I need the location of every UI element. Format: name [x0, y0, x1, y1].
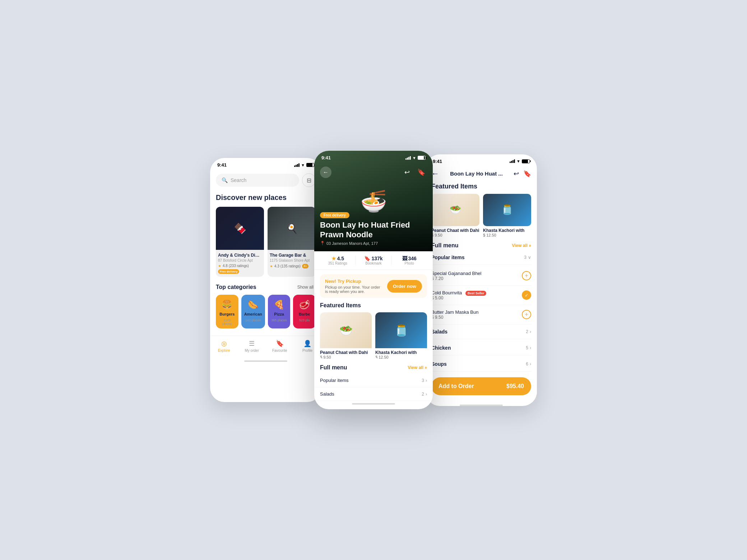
p3-soups-row[interactable]: Soups 6 ›: [431, 357, 531, 372]
p3-salads-name: Salads: [431, 329, 447, 335]
p3-item-name-1: Special Gajananad Bhel: [431, 271, 522, 276]
search-bar: 🔍 Search ⊟: [216, 173, 316, 187]
american-icon: 🌭: [248, 300, 259, 310]
p3-add-btn-3[interactable]: +: [522, 310, 531, 319]
nav-explore[interactable]: ◎ Explore: [210, 340, 238, 353]
bar-1: [294, 165, 295, 167]
p3-chicken-row[interactable]: Chicken 5 ›: [431, 341, 531, 355]
add-to-order-button[interactable]: Add to Order $95.40: [431, 377, 531, 395]
p3-share-button[interactable]: ↩: [514, 170, 519, 178]
p2-salads-count: 2 ›: [422, 392, 427, 397]
status-bar-2: 9:41 ▼: [314, 151, 433, 163]
barbe-icon: 🥩: [299, 300, 310, 310]
p2-featured-price-2: $ 12.50: [375, 355, 427, 359]
p2-photos-val: 🖼 346: [391, 256, 427, 261]
home-bar-2: [352, 403, 395, 405]
p3-view-all[interactable]: View all »: [512, 243, 531, 248]
battery-fill-2: [418, 156, 424, 159]
p2-bookmarks-val: 🔖 137k: [356, 256, 391, 261]
restaurant-address-2: 1175 Glalason Shore Apt: [270, 258, 314, 262]
restaurant-card-1[interactable]: 🍫 Andy & Cindy's Diner 87 Botsford Circl…: [216, 207, 264, 277]
bookmarks-number: 137k: [371, 256, 382, 261]
top-categories-title: Top categories: [216, 284, 256, 290]
p2-pickup-title: New! Try Pickup: [325, 279, 384, 284]
soups-chevron: ›: [530, 361, 531, 367]
p2-fullmenu-title: Full menu: [320, 364, 347, 371]
signal-bars-2: [405, 156, 411, 160]
phone-1: 9:41 ▼ 🔍 Search ⊟: [210, 158, 321, 402]
screens-container: 9:41 ▼ 🔍 Search ⊟: [187, 151, 560, 409]
location-icon: 📍: [320, 241, 325, 246]
barbe-places: 523 pla: [299, 318, 310, 322]
p3-item-price-1: $ 7.20: [431, 276, 522, 281]
phone-3: 9:41 ▼ ← Boon Lay Ho Huat ... ↩ 🔖: [426, 154, 537, 406]
p2-menu-popular[interactable]: Popular items 3 ›: [314, 374, 433, 387]
add-to-order-price: $95.40: [506, 383, 524, 389]
time-2: 9:41: [321, 155, 331, 160]
p3-item-info-1: Special Gajananad Bhel $ 7.20: [431, 271, 522, 281]
pizza-name: Pizza: [274, 312, 284, 316]
bar-w2: [407, 158, 408, 160]
bar-32: [511, 161, 512, 163]
p3-salads-row[interactable]: Salads 2 ›: [431, 325, 531, 339]
search-input-field[interactable]: 🔍 Search: [216, 174, 299, 187]
p3-feat-card-2[interactable]: 🫙 Khasta Kachori with $ 12.50: [483, 194, 531, 237]
p2-featured-card-1[interactable]: 🥗 Peanut Chaat with Dahi $ 9.50: [320, 312, 372, 359]
p3-menu-items: Special Gajananad Bhel $ 7.20 + Cold Bou…: [426, 266, 537, 325]
p3-feat-card-1[interactable]: 🥗 Peanut Chaat with Dahi $ 9.50: [431, 194, 479, 237]
category-pizza[interactable]: 🍕 Pizza 365 places: [268, 295, 291, 328]
p3-feat-img-2: 🫙: [483, 194, 531, 226]
filter-button[interactable]: ⊟: [302, 173, 316, 187]
category-burgers[interactable]: 🍔 Burgers 1126 places: [216, 295, 238, 328]
p2-bookmark-button[interactable]: 🔖: [416, 167, 427, 178]
bar-3: [297, 164, 298, 167]
nav-favourite[interactable]: 🔖 Favourite: [266, 340, 294, 353]
american-places: 142 places: [245, 318, 261, 322]
p2-salads-label: Salads: [320, 391, 334, 397]
restaurant-name-1: Andy & Cindy's Diner: [218, 253, 262, 258]
p3-popular-row[interactable]: Popular items 3 ∨: [431, 250, 531, 265]
restaurant-card-2[interactable]: 🍳 The Garage Bar & 1175 Glalason Shore A…: [268, 207, 316, 277]
show-all-button[interactable]: Show all ›: [297, 285, 316, 290]
p2-hero-overlay: Free delivery Boon Lay Ho Huat Fried Pra…: [314, 206, 433, 251]
category-barbe[interactable]: 🥩 Barbe 523 pla: [293, 295, 316, 328]
p3-page-title: Boon Lay Ho Huat ...: [439, 171, 514, 177]
p3-item-price-2: $ 5.00: [431, 295, 522, 300]
p2-pickup-banner: New! Try Pickup Pickup on your time. You…: [320, 274, 427, 298]
p3-item-2: Cold Bournvita Best Seller $ 5.00 ✓: [431, 286, 531, 305]
salads-chevron: ›: [530, 329, 531, 334]
wifi-icon-1: ▼: [301, 163, 305, 167]
restaurant-address-1: 87 Botsford Circle Apt: [218, 258, 262, 262]
battery-fill-3: [522, 160, 528, 163]
status-icons-3: ▼: [510, 159, 530, 163]
salads-chevron: ›: [426, 392, 427, 397]
p2-stat-rating: ★ 4.5 351 Ratings: [320, 256, 356, 265]
pizza-icon: 🍕: [274, 300, 284, 310]
p3-check-btn-2[interactable]: ✓: [522, 290, 531, 300]
p3-item-price-3: $ 9.50: [431, 315, 522, 320]
p2-featured-card-2[interactable]: 🫙 Khasta Kachori with $ 12.50: [375, 312, 427, 359]
search-placeholder: Search: [231, 177, 246, 183]
p2-menu-salads[interactable]: Salads 2 ›: [314, 387, 433, 401]
p2-order-now-button[interactable]: Order now: [387, 280, 422, 293]
p3-item-info-3: Butter Jam Maska Bun $ 9.50: [431, 309, 522, 320]
bookmark-icon-stat: 🔖: [364, 256, 370, 261]
p2-back-button[interactable]: ←: [320, 167, 331, 178]
discover-title: Discover new places: [216, 193, 316, 202]
p2-photos-label: Photo: [391, 261, 427, 265]
bottom-nav-1: ◎ Explore ☰ My order 🔖 Favourite 👤 Profi…: [210, 336, 321, 358]
myorder-label: My order: [245, 349, 259, 353]
nav-myorder[interactable]: ☰ My order: [238, 340, 266, 353]
salads-count: 2: [526, 329, 528, 334]
category-american[interactable]: 🌭 American 142 places: [241, 295, 265, 328]
p3-add-btn-1[interactable]: +: [522, 271, 531, 280]
restaurant-img-1: 🍫: [216, 207, 264, 250]
p3-featured-title: Featured Items: [426, 183, 537, 190]
p2-share-button[interactable]: ↩: [401, 167, 413, 178]
bar-31: [510, 162, 511, 163]
p3-feat-name-1: Peanut Chaat with Dahi: [431, 228, 479, 233]
p2-hero: 🍜 9:41 ▼: [314, 151, 433, 251]
profile-label: Profile: [302, 349, 312, 353]
p2-view-all[interactable]: View all »: [408, 365, 427, 370]
p3-bookmark-button[interactable]: 🔖: [523, 170, 531, 178]
